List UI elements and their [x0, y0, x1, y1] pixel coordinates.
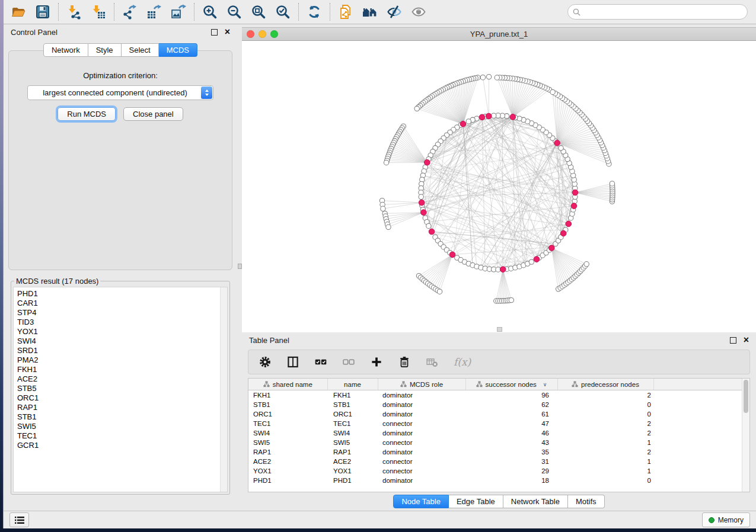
network-node[interactable] [466, 119, 471, 124]
hide-graphics-details-icon[interactable] [387, 4, 402, 20]
delete-table-icon[interactable] [426, 355, 439, 368]
select-all-checkbox-icon[interactable] [314, 355, 327, 368]
show-graphics-details-icon[interactable] [411, 4, 426, 20]
delete-row-icon[interactable] [398, 355, 411, 368]
network-node[interactable] [386, 225, 391, 229]
mcds-result-item[interactable]: PMA2 [17, 355, 227, 365]
mcds-node[interactable] [560, 230, 566, 236]
zoom-in-icon[interactable] [202, 4, 218, 20]
close-table-panel-icon[interactable]: × [744, 336, 749, 344]
network-node[interactable] [492, 113, 496, 118]
table-row[interactable]: SWI4SWI4dominator462 [248, 428, 742, 438]
mcds-result-item[interactable]: SRD1 [17, 346, 227, 355]
table-row[interactable]: ACE2ACE2connector311 [248, 457, 742, 466]
export-table-icon[interactable] [146, 4, 162, 20]
column-header-predecessor-nodes[interactable]: predecessor nodes [557, 379, 653, 390]
table-row[interactable]: ORC1ORC1dominator610 [248, 409, 742, 419]
close-panel-button[interactable]: Close panel [123, 107, 183, 121]
network-node[interactable] [495, 75, 499, 80]
network-node[interactable] [509, 297, 513, 302]
mcds-node[interactable] [554, 140, 560, 146]
tab-mcds[interactable]: MCDS [159, 43, 197, 57]
mcds-result-item[interactable]: TEC1 [17, 431, 227, 441]
table-tab-node-table[interactable]: Node Table [393, 495, 449, 508]
mcds-result-item[interactable]: ACE2 [17, 374, 227, 384]
import-network-icon[interactable] [66, 4, 82, 20]
zoom-selected-icon[interactable] [275, 4, 291, 20]
table-row[interactable]: STB1STB1dominator620 [248, 400, 742, 409]
network-node[interactable] [414, 106, 419, 111]
float-table-panel-icon[interactable] [730, 337, 736, 344]
close-window-icon[interactable] [247, 30, 254, 38]
network-node[interactable] [381, 206, 385, 211]
mcds-node[interactable] [419, 200, 425, 206]
mcds-node[interactable] [429, 229, 435, 235]
column-header-MCDS-role[interactable]: MCDS role [378, 379, 465, 390]
function-builder-icon[interactable]: f(x) [454, 356, 471, 368]
close-panel-icon[interactable]: × [225, 28, 230, 36]
mcds-node[interactable] [479, 114, 485, 120]
network-node[interactable] [486, 74, 491, 79]
refresh-network-icon[interactable] [307, 4, 322, 20]
table-scrollbar-thumb[interactable] [744, 380, 748, 413]
tab-style[interactable]: Style [88, 43, 122, 57]
table-row[interactable]: RAP1RAP1dominator352 [248, 447, 742, 457]
table-tab-network-table[interactable]: Network Table [503, 495, 568, 508]
minimize-window-icon[interactable] [259, 30, 266, 38]
column-header-shared-name[interactable]: shared name [248, 379, 327, 390]
task-history-button[interactable] [9, 512, 29, 527]
network-canvas[interactable] [242, 41, 756, 332]
float-panel-icon[interactable] [211, 29, 218, 36]
mcds-node[interactable] [549, 245, 555, 251]
maximize-window-icon[interactable] [270, 30, 278, 38]
zoom-out-icon[interactable] [227, 4, 242, 20]
run-mcds-button[interactable]: Run MCDS [58, 107, 116, 121]
mcds-node[interactable] [425, 159, 430, 165]
mcds-node[interactable] [510, 114, 516, 120]
tab-network[interactable]: Network [43, 43, 88, 57]
save-session-icon[interactable] [35, 4, 50, 20]
mcds-result-item[interactable]: GCR1 [17, 441, 227, 450]
mcds-result-item[interactable]: RAP1 [17, 403, 227, 412]
mcds-node[interactable] [460, 121, 466, 127]
table-row[interactable]: TEC1TEC1connector472 [248, 419, 742, 428]
export-network-icon[interactable] [122, 4, 138, 20]
mcds-result-item[interactable]: TID3 [17, 318, 227, 327]
mcds-result-item[interactable]: FKH1 [17, 365, 227, 374]
network-overview-icon[interactable] [362, 4, 378, 20]
mcds-node[interactable] [486, 113, 492, 119]
network-node[interactable] [610, 181, 614, 186]
unselect-all-checkbox-icon[interactable] [342, 355, 355, 368]
network-node[interactable] [426, 223, 431, 228]
table-row[interactable]: PHD1PHD1dominator180 [248, 476, 742, 485]
mcds-result-item[interactable]: SWI4 [17, 336, 227, 346]
network-node[interactable] [384, 160, 388, 165]
result-list-scrollbar[interactable] [220, 287, 227, 492]
mcds-node[interactable] [449, 252, 455, 258]
memory-button[interactable]: Memory [702, 512, 750, 527]
vertical-splitter[interactable] [237, 24, 242, 511]
horizontal-splitter-handle[interactable] [497, 327, 502, 332]
zoom-fit-icon[interactable] [251, 4, 266, 20]
optimization-criterion-select[interactable]: largest connected component (undirected) [27, 85, 213, 100]
network-node[interactable] [550, 89, 555, 94]
clone-network-icon[interactable] [338, 4, 353, 20]
table-settings-icon[interactable] [259, 355, 272, 368]
network-node[interactable] [529, 259, 534, 264]
show-columns-icon[interactable] [286, 355, 299, 368]
table-scrollbar[interactable] [742, 379, 749, 492]
mcds-node[interactable] [571, 203, 577, 209]
import-table-icon[interactable] [91, 4, 106, 20]
add-row-icon[interactable] [370, 355, 383, 368]
mcds-node[interactable] [534, 257, 540, 262]
mcds-node[interactable] [572, 190, 578, 196]
mcds-result-item[interactable]: PHD1 [17, 289, 227, 299]
network-node[interactable] [437, 289, 442, 294]
mcds-result-item[interactable]: STB1 [17, 412, 227, 422]
table-tab-edge-table[interactable]: Edge Table [449, 495, 503, 508]
table-row[interactable]: SWI5SWI5connector431 [248, 438, 742, 447]
network-node[interactable] [559, 146, 563, 150]
table-tab-motifs[interactable]: Motifs [568, 495, 605, 508]
network-view[interactable] [242, 41, 756, 332]
mcds-result-item[interactable]: YOX1 [17, 327, 227, 336]
